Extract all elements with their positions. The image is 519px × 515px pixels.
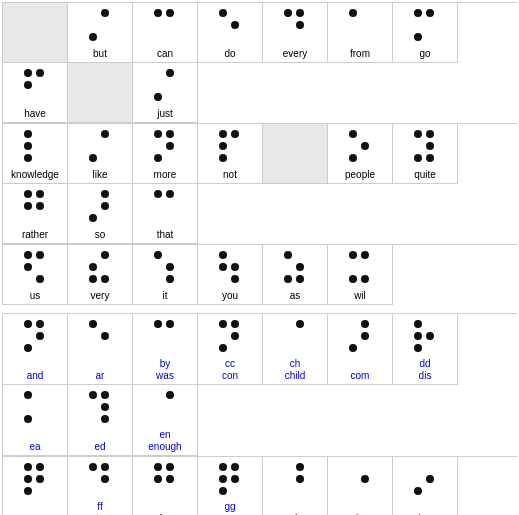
dot [154,33,162,41]
dot [426,463,434,471]
dot [426,487,434,495]
dot [284,475,292,483]
cell-do: do [198,3,263,63]
dot [414,487,422,495]
dot [296,320,304,328]
dot [166,93,174,101]
dot [36,275,44,283]
cell-word: more [154,169,177,181]
dot [154,251,162,259]
braille-so [89,190,111,224]
cell-word: it [163,290,168,302]
dot [166,69,174,77]
dot [361,475,369,483]
dot [36,391,44,399]
braille-knowledge [24,130,46,164]
cell-word: ea [29,441,40,453]
section-1-row-3: us very [2,244,517,305]
dot [361,487,369,495]
dot [349,487,357,495]
dot [24,275,32,283]
dot [24,391,32,399]
dot [89,81,97,89]
cell-word: so [95,229,106,241]
dot [361,320,369,328]
dot [101,21,109,29]
dot [154,190,162,198]
dot [349,130,357,138]
dot [349,33,357,41]
dot [89,214,97,222]
cell-just: just [133,63,198,123]
dot [166,154,174,162]
dot [154,154,162,162]
dot [296,21,304,29]
dot [296,251,304,259]
braille-in [349,463,371,497]
dot [414,463,422,471]
cell-gg: gg were [198,457,263,515]
cell-word: go [419,48,430,60]
dot [284,332,292,340]
braille-every [284,9,306,43]
section-2-row-1: and ar [2,313,517,456]
section-2: and ar [2,313,517,515]
dot [426,344,434,352]
braille-gg [219,463,241,497]
section-separator [2,305,517,313]
cell-ar: ar [68,314,133,385]
braille-more [154,130,176,164]
dot [219,320,227,328]
dot [89,263,97,271]
braille-by [154,320,176,354]
cell-word: en enough [148,429,181,453]
dot [231,463,239,471]
braille-as [284,251,306,285]
dot [154,487,162,495]
dot [219,251,227,259]
braille-wil [349,251,371,285]
dot [426,320,434,328]
dot [36,202,44,210]
dot [414,130,422,138]
dot [24,487,32,495]
cell-word: com [351,370,370,382]
dot [296,275,304,283]
dot [231,275,239,283]
dot [166,344,174,352]
dot [361,142,369,150]
dot [101,275,109,283]
dot [231,320,239,328]
dot [349,21,357,29]
cell-that: that [133,184,198,244]
dot [349,344,357,352]
dot [296,463,304,471]
dot [24,154,32,162]
dot [36,320,44,328]
cell-word: can [157,48,173,60]
cell-ea: ea [3,385,68,456]
dot [426,9,434,17]
dot [231,344,239,352]
dot [219,275,227,283]
dot [166,487,174,495]
dot [231,251,239,259]
cell-more: more [133,124,198,184]
dot [231,475,239,483]
cell-rather: rather [3,184,68,244]
dot [219,21,227,29]
dot [24,415,32,423]
dot [101,142,109,150]
dot [349,475,357,483]
dot [101,154,109,162]
cell-wil: wil [328,245,393,305]
cell-have: have [3,63,68,123]
braille-go [414,9,436,43]
dot [426,21,434,29]
dot [361,251,369,259]
dot [166,142,174,150]
dot [24,190,32,198]
dot [24,142,32,150]
dot [361,154,369,162]
cell-word: by was [156,358,174,382]
